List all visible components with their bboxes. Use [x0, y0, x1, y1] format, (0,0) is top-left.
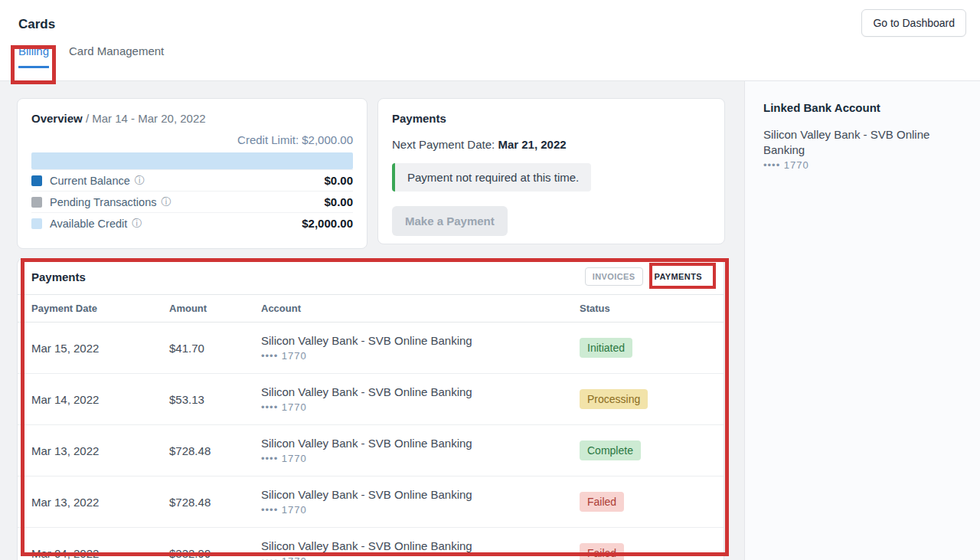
overview-card: Overview / Mar 14 - Mar 20, 2022 Credit … — [17, 98, 368, 249]
table-body: Mar 15, 2022 $41.70 Silicon Valley Bank … — [18, 323, 724, 560]
invoices-toggle-button[interactable]: INVOICES — [585, 267, 643, 286]
current-balance-swatch — [31, 175, 42, 186]
credit-limit-label: Credit Limit: $2,000.00 — [31, 133, 353, 146]
account-cell: Silicon Valley Bank - SVB Online Banking… — [261, 488, 580, 516]
payments-summary-card: Payments Next Payment Date: Mar 21, 2022… — [377, 98, 725, 244]
amount-cell: $41.70 — [169, 342, 261, 355]
credit-usage-bar — [31, 152, 353, 169]
table-row: Mar 13, 2022 $728.48 Silicon Valley Bank… — [18, 425, 724, 476]
payment-date-cell: Mar 04, 2022 — [31, 547, 169, 560]
legend-label: Pending Transactions — [50, 196, 156, 208]
status-badge: Initiated — [580, 338, 632, 358]
legend-label: Current Balance — [50, 175, 130, 187]
linked-bank-account-mask: •••• 1770 — [763, 159, 965, 171]
status-badge: Processing — [580, 389, 648, 409]
make-a-payment-button[interactable]: Make a Payment — [392, 206, 508, 236]
overview-title: Overview — [31, 112, 83, 125]
tab-bar: Billing Card Management — [0, 44, 980, 68]
linked-bank-account-name: Silicon Valley Bank - SVB Online Banking — [763, 127, 965, 157]
status-cell: Failed — [580, 543, 710, 560]
payment-date-cell: Mar 15, 2022 — [31, 342, 169, 355]
payment-date-cell: Mar 13, 2022 — [31, 444, 169, 457]
table-row: Mar 14, 2022 $53.13 Silicon Valley Bank … — [18, 374, 724, 425]
column-header-status: Status — [580, 303, 710, 314]
payment-status-alert: Payment not required at this time. — [392, 163, 591, 192]
account-cell: Silicon Valley Bank - SVB Online Banking… — [261, 539, 580, 560]
table-row: Mar 13, 2022 $728.48 Silicon Valley Bank… — [18, 476, 724, 528]
legend-label: Available Credit — [50, 218, 127, 230]
next-payment-line: Next Payment Date: Mar 21, 2022 — [392, 138, 710, 151]
available-credit-value: $2,000.00 — [302, 217, 353, 230]
payment-date-cell: Mar 13, 2022 — [31, 496, 169, 509]
column-header-payment-date: Payment Date — [31, 303, 169, 314]
account-cell: Silicon Valley Bank - SVB Online Banking… — [261, 437, 580, 465]
invoices-payments-toggle-group: INVOICES PAYMENTS — [585, 267, 710, 286]
table-row: Mar 04, 2022 $332.99 Silicon Valley Bank… — [18, 528, 724, 560]
info-icon[interactable]: ⓘ — [132, 217, 142, 231]
payments-toggle-button[interactable]: PAYMENTS — [647, 267, 710, 286]
account-cell: Silicon Valley Bank - SVB Online Banking… — [261, 334, 580, 362]
payment-date-cell: Mar 14, 2022 — [31, 393, 169, 406]
info-icon[interactable]: ⓘ — [161, 195, 171, 209]
tab-card-management[interactable]: Card Management — [69, 44, 164, 68]
amount-cell: $332.99 — [169, 547, 261, 560]
next-payment-label: Next Payment Date: — [392, 138, 498, 151]
account-cell: Silicon Valley Bank - SVB Online Banking… — [261, 385, 580, 414]
payments-table-title: Payments — [31, 270, 86, 283]
status-badge: Failed — [580, 492, 624, 512]
info-icon[interactable]: ⓘ — [135, 174, 145, 188]
amount-cell: $53.13 — [169, 393, 261, 406]
amount-cell: $728.48 — [169, 444, 261, 457]
linked-bank-sidebar: Linked Bank Account Silicon Valley Bank … — [744, 81, 980, 560]
page-header: Cards Go to Dashboard Billing Card Manag… — [0, 0, 980, 81]
payments-table-header: Payments INVOICES PAYMENTS — [18, 259, 724, 295]
legend-row-available-credit: Available Credit ⓘ $2,000.00 — [31, 212, 353, 234]
main-area: Overview / Mar 14 - Mar 20, 2022 Credit … — [0, 81, 980, 560]
overview-date-range: / Mar 14 - Mar 20, 2022 — [86, 112, 206, 125]
status-badge: Complete — [580, 440, 641, 460]
payments-card-title: Payments — [392, 112, 710, 125]
pending-transactions-value: $0.00 — [324, 195, 353, 208]
legend-row-current-balance: Current Balance ⓘ $0.00 — [31, 169, 353, 191]
linked-bank-account-title: Linked Bank Account — [763, 101, 965, 114]
status-cell: Failed — [580, 492, 710, 512]
amount-cell: $728.48 — [169, 496, 261, 509]
status-cell: Complete — [580, 440, 710, 460]
pending-transactions-swatch — [31, 197, 42, 208]
status-cell: Initiated — [580, 338, 710, 358]
content-area: Overview / Mar 14 - Mar 20, 2022 Credit … — [0, 81, 744, 560]
status-badge: Failed — [580, 543, 624, 560]
go-to-dashboard-button[interactable]: Go to Dashboard — [861, 9, 966, 37]
page-title: Cards — [0, 0, 980, 32]
column-header-account: Account — [261, 303, 580, 314]
next-payment-date: Mar 21, 2022 — [498, 138, 566, 151]
status-cell: Processing — [580, 389, 710, 409]
table-column-headers: Payment Date Amount Account Status — [18, 295, 724, 323]
available-credit-swatch — [31, 218, 42, 229]
overview-title-line: Overview / Mar 14 - Mar 20, 2022 — [31, 112, 353, 125]
legend-row-pending-transactions: Pending Transactions ⓘ $0.00 — [31, 191, 353, 212]
column-header-amount: Amount — [169, 303, 261, 314]
current-balance-value: $0.00 — [324, 174, 353, 187]
tab-billing[interactable]: Billing — [18, 44, 49, 68]
payments-table-card: Payments INVOICES PAYMENTS Payment Date … — [17, 258, 724, 560]
table-row: Mar 15, 2022 $41.70 Silicon Valley Bank … — [18, 323, 724, 374]
summary-cards-row: Overview / Mar 14 - Mar 20, 2022 Credit … — [17, 98, 744, 249]
